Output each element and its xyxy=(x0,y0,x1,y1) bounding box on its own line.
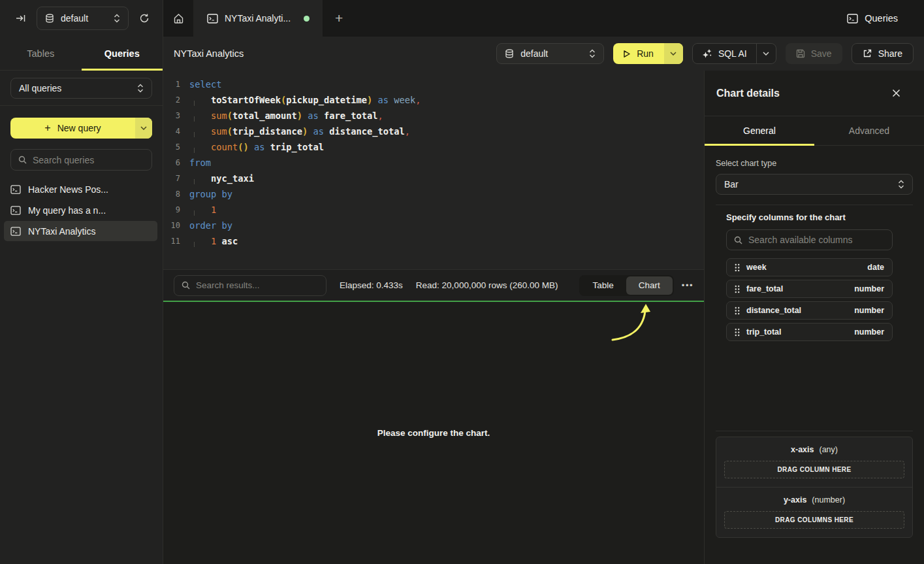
tab-nytaxi-analytics[interactable]: NYTaxi Analyti... xyxy=(194,0,323,37)
sidebar-tabs: Tables Queries xyxy=(0,37,163,71)
close-icon[interactable] xyxy=(892,89,900,97)
chevron-updown-icon xyxy=(589,49,596,58)
code-line: 91 xyxy=(163,202,704,218)
share-button[interactable]: Share xyxy=(852,43,914,64)
more-options-icon[interactable]: ••• xyxy=(682,280,693,290)
chart-details-tabs: General Advanced xyxy=(705,116,924,146)
search-queries-input[interactable]: Search queries xyxy=(10,149,152,171)
x-axis-label: x-axis xyxy=(791,445,814,454)
refresh-icon[interactable] xyxy=(139,13,150,24)
line-number: 3 xyxy=(163,108,180,124)
query-list: Hacker News Pos...My query has a n...NYT… xyxy=(0,178,163,242)
run-dropdown[interactable] xyxy=(664,43,683,64)
y-axis-dropzone[interactable]: DRAG COLUMNS HERE xyxy=(724,511,904,529)
chart-details-panel: Chart details General Advanced Select ch… xyxy=(704,71,924,564)
column-type: number xyxy=(854,306,884,315)
topbar-right: Queries xyxy=(831,0,924,37)
search-queries-placeholder: Search queries xyxy=(33,155,94,165)
run-label: Run xyxy=(637,48,654,59)
database-icon xyxy=(505,49,514,59)
tab-title: NYTaxi Analyti... xyxy=(225,13,291,24)
sql-ai-label: SQL AI xyxy=(718,48,747,59)
line-number: 6 xyxy=(163,155,180,171)
code-line: 8group by xyxy=(163,186,704,202)
line-number: 4 xyxy=(163,124,180,139)
queries-button[interactable]: Queries xyxy=(847,13,898,24)
view-chart-button[interactable]: Chart xyxy=(626,276,673,295)
columns-section-label: Specify columns for the chart xyxy=(726,212,893,222)
code-line: 5count() as trip_total xyxy=(163,139,704,155)
sql-ai-dropdown[interactable] xyxy=(756,44,776,63)
column-name: trip_total xyxy=(746,327,781,337)
drag-handle-icon[interactable] xyxy=(735,307,740,315)
share-icon xyxy=(863,49,872,58)
toolbar-database-selector[interactable]: default xyxy=(496,43,604,64)
chart-type-select[interactable]: Bar xyxy=(716,174,913,195)
tab-advanced[interactable]: Advanced xyxy=(814,116,924,145)
code-line: 2toStartOfWeek(pickup_datetime) as week, xyxy=(163,92,704,108)
tab-strip: NYTaxi Analyti... + xyxy=(163,0,831,37)
x-axis-cell: x-axis(any) DRAG COLUMN HERE xyxy=(716,437,912,487)
column-row[interactable]: distance_totalnumber xyxy=(726,301,893,320)
query-icon xyxy=(10,227,21,236)
toolbar-database-value: default xyxy=(520,48,582,59)
annotation-arrow xyxy=(594,302,673,348)
drag-handle-icon[interactable] xyxy=(735,285,740,293)
query-list-item[interactable]: Hacker News Pos... xyxy=(4,179,157,199)
drag-handle-icon[interactable] xyxy=(735,263,740,272)
search-results-input[interactable]: Search results... xyxy=(174,275,327,296)
column-row[interactable]: fare_totalnumber xyxy=(726,280,893,298)
home-button[interactable] xyxy=(163,0,194,37)
column-name: distance_total xyxy=(746,306,801,315)
query-title: NYTaxi Analytics xyxy=(174,48,244,59)
chart-type-label: Select chart type xyxy=(716,159,913,168)
save-button[interactable]: Save xyxy=(786,43,842,64)
collapse-sidebar-icon[interactable] xyxy=(16,13,26,24)
code-line: 3sum(total_amount) as fare_total, xyxy=(163,108,704,124)
sparkles-icon xyxy=(702,48,712,59)
unsaved-indicator-dot xyxy=(304,16,310,22)
database-icon xyxy=(45,14,54,24)
column-row[interactable]: trip_totalnumber xyxy=(726,323,893,341)
chart-empty-message: Please configure the chart. xyxy=(377,428,490,438)
elapsed-time: Elapsed: 0.433s xyxy=(340,280,403,290)
tab-queries[interactable]: Queries xyxy=(82,37,163,70)
sidebar: Tables Queries All queries + New query xyxy=(0,37,163,564)
chevron-updown-icon xyxy=(137,84,144,93)
axes-config: x-axis(any) DRAG COLUMN HERE y-axis(numb… xyxy=(716,437,913,538)
sql-ai-button[interactable]: SQL AI xyxy=(692,43,776,64)
x-axis-dropzone[interactable]: DRAG COLUMN HERE xyxy=(724,461,904,478)
queries-button-label: Queries xyxy=(865,13,898,24)
database-selector-value: default xyxy=(61,13,107,24)
query-icon xyxy=(207,14,218,24)
search-columns-input[interactable]: Search available columns xyxy=(726,229,893,250)
query-item-label: My query has a n... xyxy=(28,205,106,216)
line-number: 5 xyxy=(163,139,180,155)
view-toggle: Table Chart xyxy=(579,275,674,296)
new-query-button[interactable]: + New query xyxy=(10,118,152,139)
line-number: 2 xyxy=(163,92,180,108)
query-list-item[interactable]: My query has a n... xyxy=(4,200,157,220)
drag-handle-icon[interactable] xyxy=(735,328,740,337)
view-table-button[interactable]: Table xyxy=(581,276,626,295)
tab-tables[interactable]: Tables xyxy=(0,37,82,70)
chart-type-value: Bar xyxy=(724,179,891,190)
query-item-label: NYTaxi Analytics xyxy=(28,226,95,237)
x-axis-hint: (any) xyxy=(819,445,837,454)
new-query-dropdown[interactable] xyxy=(135,118,152,139)
search-results-placeholder: Search results... xyxy=(196,280,260,290)
query-icon xyxy=(10,206,21,215)
new-tab-button[interactable]: + xyxy=(323,0,355,37)
column-row[interactable]: weekdate xyxy=(726,258,893,276)
code-line: 1select xyxy=(163,76,704,92)
database-selector[interactable]: default xyxy=(37,7,129,30)
results-toolbar: Search results... Elapsed: 0.433s Read: … xyxy=(163,269,704,301)
column-name: week xyxy=(746,263,767,272)
run-button[interactable]: Run xyxy=(613,43,683,64)
column-type: number xyxy=(854,284,884,293)
query-list-item[interactable]: NYTaxi Analytics xyxy=(4,221,157,241)
sql-editor[interactable]: 1select2toStartOfWeek(pickup_datetime) a… xyxy=(163,71,704,269)
query-filter-select[interactable]: All queries xyxy=(10,78,152,99)
read-stats: Read: 20,000,000 rows (260.00 MB) xyxy=(416,280,558,290)
tab-general[interactable]: General xyxy=(705,116,814,145)
